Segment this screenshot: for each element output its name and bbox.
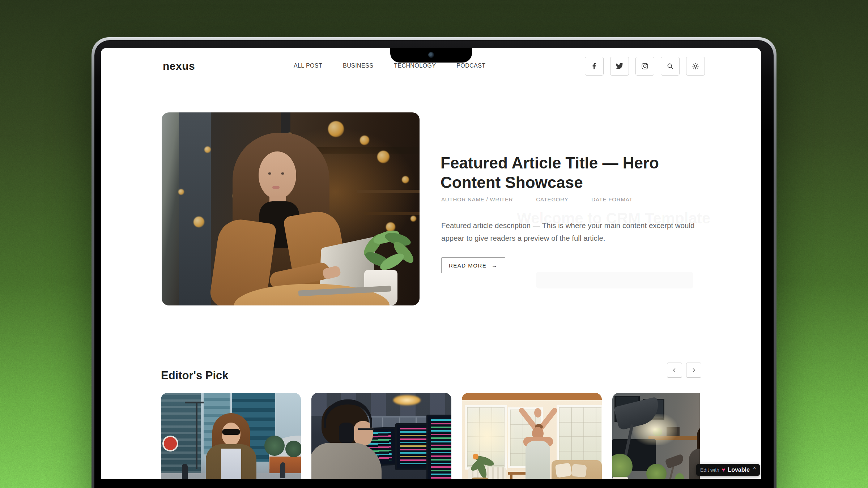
sun-theme-icon[interactable]	[686, 57, 705, 76]
laptop-screen-website: nexus ALL POST BUSINESS TECHNOLOGY PODCA…	[101, 48, 761, 479]
sunglasses	[222, 429, 240, 435]
lovable-heart-icon: ♥	[722, 467, 726, 473]
editors-pick-card-street-fashion[interactable]	[161, 393, 301, 479]
cushion	[555, 463, 572, 478]
plant-pot	[612, 477, 628, 479]
street-lamp	[196, 402, 197, 469]
lips	[272, 186, 280, 189]
nav-item-all-post[interactable]: ALL POST	[294, 63, 322, 69]
bokeh-light	[360, 136, 369, 145]
woman-face	[259, 151, 296, 199]
read-more-button[interactable]: READ MORE →	[441, 257, 505, 273]
bokeh-light	[410, 216, 416, 222]
plant-basket	[471, 478, 489, 479]
carousel-controls	[667, 363, 701, 378]
search-icon[interactable]	[661, 57, 680, 76]
wood-ceiling	[462, 393, 602, 400]
featured-description: Featured article description — This is w…	[441, 219, 709, 244]
bokeh-light	[402, 176, 409, 183]
headphones-earcup	[339, 423, 354, 444]
road-sign	[162, 436, 178, 451]
facebook-icon[interactable]	[585, 57, 604, 76]
cafe-shelf	[364, 212, 420, 215]
small-lamp	[665, 454, 685, 469]
editors-pick-card-yoga[interactable]	[462, 393, 602, 479]
ghost-button-placeholder	[536, 272, 693, 288]
title-line-1: Featured Article Title — Hero	[441, 154, 659, 172]
chevron-left-icon	[671, 367, 678, 373]
laptop-notch	[390, 48, 472, 63]
cushion	[571, 464, 587, 478]
laptop-bezel: nexus ALL POST BUSINESS TECHNOLOGY PODCA…	[94, 40, 774, 488]
featured-meta: AUTHOR NAME / WRITER — CATEGORY — DATE F…	[441, 196, 633, 202]
flower	[473, 454, 478, 459]
ceiling-light	[393, 395, 421, 405]
carousel-prev-button[interactable]	[667, 363, 682, 378]
author-name[interactable]: AUTHOR NAME / WRITER	[441, 196, 513, 202]
window	[557, 405, 602, 467]
eye	[268, 172, 271, 175]
bokeh-light	[377, 151, 390, 163]
header-actions	[585, 57, 705, 76]
instagram-icon[interactable]	[635, 57, 654, 76]
tree	[285, 441, 301, 457]
badge-close-icon[interactable]: ×	[753, 465, 756, 471]
cactus	[675, 473, 684, 479]
cafe-shelf	[357, 190, 420, 193]
pedestrian	[280, 462, 285, 478]
yoga-top	[526, 441, 550, 479]
editors-pick-carousel	[161, 393, 700, 479]
hands-together	[534, 408, 541, 418]
chevron-right-icon	[690, 367, 697, 373]
code-lines	[431, 419, 451, 479]
arrow-right-icon: →	[492, 262, 498, 269]
eyeglasses	[358, 428, 374, 430]
meta-separator: —	[522, 196, 528, 202]
eye	[281, 172, 284, 175]
title-line-2: Content Showcase	[441, 174, 583, 191]
twitter-icon[interactable]	[610, 57, 629, 76]
desk-plant	[646, 464, 667, 479]
carousel-next-button[interactable]	[686, 363, 701, 378]
main-nav: ALL POST BUSINESS TECHNOLOGY PODCAST	[294, 63, 485, 69]
lovable-edit-badge[interactable]: Edit with ♥ Lovable ×	[696, 464, 760, 476]
window-pillar	[179, 112, 211, 305]
category-label[interactable]: CATEGORY	[536, 196, 568, 202]
site-logo[interactable]: nexus	[163, 60, 195, 72]
street-lamp-arm	[185, 402, 204, 403]
nav-item-business[interactable]: BUSINESS	[343, 63, 373, 69]
bokeh-light	[178, 189, 184, 195]
header-divider	[101, 80, 761, 80]
code-monitor	[426, 415, 451, 479]
nav-item-podcast[interactable]: PODCAST	[456, 63, 485, 69]
tree	[264, 436, 285, 456]
bokeh-light	[204, 146, 211, 153]
stool-leg	[510, 475, 512, 479]
laptop-frame: nexus ALL POST BUSINESS TECHNOLOGY PODCA…	[92, 37, 776, 488]
nav-item-technology[interactable]: TECHNOLOGY	[394, 63, 436, 69]
webcam-icon	[428, 52, 434, 58]
editors-pick-card-developer[interactable]	[311, 393, 451, 479]
featured-article-image[interactable]	[162, 112, 420, 305]
featured-article-title: Featured Article Title — HeroContent Sho…	[441, 153, 686, 192]
meta-separator: —	[577, 196, 583, 202]
pedestrian	[182, 464, 188, 479]
badge-prefix: Edit with	[700, 467, 719, 473]
bokeh-light	[193, 217, 204, 227]
read-more-label: READ MORE	[449, 262, 486, 269]
editors-pick-card-home-office[interactable]	[612, 393, 700, 479]
badge-brand: Lovable	[728, 467, 749, 473]
date-label: DATE FORMAT	[591, 196, 633, 202]
bokeh-light	[328, 121, 344, 137]
editors-pick-heading: Editor's Pick	[161, 369, 229, 382]
building	[161, 393, 201, 474]
light-top	[221, 449, 241, 479]
